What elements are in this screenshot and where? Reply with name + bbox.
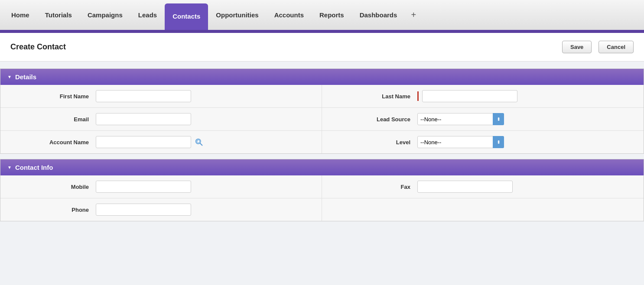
email-cell: Email (0, 108, 322, 130)
nav-add-button[interactable]: + (405, 0, 422, 30)
lead-source-input-wrapper: --None-- Cold Call Existing Customer Sel… (417, 113, 635, 125)
navbar: Home Tutorials Campaigns Leads Contacts … (0, 0, 644, 31)
lead-source-select[interactable]: --None-- Cold Call Existing Customer Sel… (417, 113, 504, 125)
nav-contacts[interactable]: Contacts (165, 3, 208, 30)
account-name-input[interactable] (96, 136, 191, 148)
last-name-input-wrapper (417, 90, 635, 102)
level-cell: Level --None-- Primary Secondary Tertiar… (322, 131, 644, 153)
nav-home[interactable]: Home (3, 0, 37, 30)
account-name-input-wrapper (96, 136, 313, 148)
cancel-button[interactable]: Cancel (598, 41, 634, 53)
email-input[interactable] (96, 113, 191, 125)
details-row-email: Email Lead Source --None-- Cold Call Exi… (0, 108, 644, 131)
contact-info-section: ▼ Contact Info Mobile Fax (0, 159, 644, 221)
first-name-input[interactable] (96, 90, 191, 102)
details-section-body: First Name Last Name Email (0, 85, 644, 153)
nav-accounts[interactable]: Accounts (267, 0, 312, 30)
nav-opportunities[interactable]: Opportunities (208, 0, 266, 30)
mobile-label: Mobile (9, 184, 96, 190)
nav-tutorials[interactable]: Tutorials (37, 0, 80, 30)
nav-dashboards[interactable]: Dashboards (352, 0, 405, 30)
lead-source-label: Lead Source (331, 116, 417, 123)
svg-point-3 (197, 140, 198, 142)
mobile-input[interactable] (96, 181, 191, 193)
details-section-header[interactable]: ▼ Details (0, 69, 644, 85)
nav-reports[interactable]: Reports (312, 0, 352, 30)
fax-cell: Fax (322, 175, 644, 198)
level-select-wrapper: --None-- Primary Secondary Tertiary ⬍ (417, 136, 504, 148)
page-header: Create Contact Save Cancel (0, 33, 644, 62)
account-name-lookup-button[interactable] (194, 137, 204, 147)
fax-label: Fax (331, 184, 417, 190)
lead-source-select-wrapper: --None-- Cold Call Existing Customer Sel… (417, 113, 504, 125)
phone-input-wrapper (96, 204, 313, 216)
contact-info-section-body: Mobile Fax Phone (0, 175, 644, 221)
details-section-title: Details (15, 73, 36, 81)
email-label: Email (9, 116, 96, 123)
phone-input[interactable] (96, 204, 191, 216)
details-section: ▼ Details First Name Last Name (0, 68, 644, 154)
level-select[interactable]: --None-- Primary Secondary Tertiary (417, 136, 504, 148)
phone-right-empty-cell (322, 198, 644, 221)
svg-line-2 (200, 143, 202, 146)
nav-campaigns[interactable]: Campaigns (80, 0, 130, 30)
first-name-label: First Name (9, 93, 96, 100)
last-name-label: Last Name (331, 93, 417, 100)
first-name-cell: First Name (0, 85, 322, 107)
contact-info-row-mobile: Mobile Fax (0, 175, 644, 198)
details-row-account: Account Name (0, 131, 644, 153)
account-name-label: Account Name (9, 139, 96, 146)
fax-input-wrapper (417, 181, 635, 193)
details-triangle-icon: ▼ (7, 74, 12, 79)
account-name-cell: Account Name (0, 131, 322, 153)
email-input-wrapper (96, 113, 313, 125)
details-row-name: First Name Last Name (0, 85, 644, 108)
first-name-input-wrapper (96, 90, 313, 102)
lead-source-cell: Lead Source --None-- Cold Call Existing … (322, 108, 644, 130)
search-lookup-icon (195, 138, 203, 146)
mobile-input-wrapper (96, 181, 313, 193)
contact-info-triangle-icon: ▼ (7, 165, 12, 170)
last-name-cell: Last Name (322, 85, 644, 107)
page-title: Create Contact (10, 42, 555, 52)
main-content: Create Contact Save Cancel ▼ Details Fir… (0, 31, 644, 285)
level-input-wrapper: --None-- Primary Secondary Tertiary ⬍ (417, 136, 635, 148)
last-name-input[interactable] (422, 90, 517, 102)
contact-info-row-phone: Phone (0, 198, 644, 221)
level-label: Level (331, 139, 417, 146)
save-button[interactable]: Save (562, 41, 592, 53)
mobile-cell: Mobile (0, 175, 322, 198)
fax-input[interactable] (417, 181, 513, 193)
phone-label: Phone (9, 207, 96, 213)
contact-info-section-title: Contact Info (15, 164, 53, 171)
contact-info-section-header[interactable]: ▼ Contact Info (0, 159, 644, 175)
phone-cell: Phone (0, 198, 322, 221)
nav-leads[interactable]: Leads (130, 0, 165, 30)
required-indicator (417, 91, 419, 101)
